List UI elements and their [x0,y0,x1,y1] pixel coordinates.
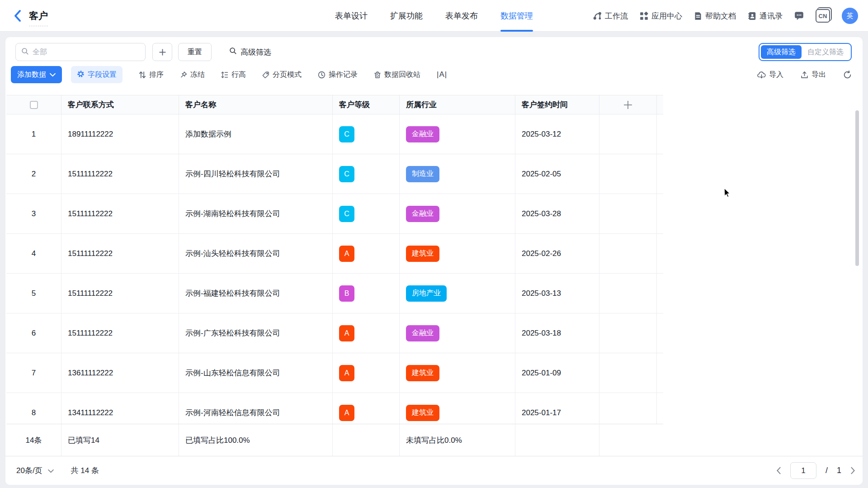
industry-badge: 建筑业 [406,246,439,262]
toggle-custom-filter[interactable]: 自定义筛选 [802,45,849,59]
page-size-select[interactable]: 20条/页 [16,465,54,476]
data-management-panel: 全部 重置 高级筛选 高级筛选 自定义筛选 添加数据 [5,37,863,485]
cell-industry: 建筑业 [400,353,515,393]
table-row[interactable]: 315111112222示例-湖南轻松科技有限公司C金融业2025-03-28 [6,194,663,234]
summary-filled: 已填写14 [61,424,179,456]
summary-total-count: 14条 [6,424,61,456]
nav-item-workflow[interactable]: 工作流 [593,11,628,21]
reset-button[interactable]: 重置 [178,43,212,61]
nav-item-app-center[interactable]: 应用中心 [640,11,682,21]
toggle-advanced-filter[interactable]: 高级筛选 [761,45,802,59]
nav-item-contacts[interactable]: 通讯录 [748,11,783,21]
chat-icon [794,11,804,20]
row-height-button[interactable]: 行高 [221,70,246,80]
cell-grade: C [333,194,400,233]
refresh-button[interactable] [843,71,852,79]
cell-name: 示例-河南轻松信息有限公司 [179,393,333,424]
industry-badge: 房地产业 [406,285,447,302]
cell-name: 示例-四川轻松科技有限公司 [179,154,333,194]
add-data-button[interactable]: 添加数据 [11,66,62,83]
cell-phone: 15111112222 [61,234,179,273]
table-header: 客户联系方式 客户名称 客户等级 所属行业 客户签约时间 [6,95,663,114]
column-header-name[interactable]: 客户名称 [179,95,333,114]
cell-phone: 15111112222 [61,194,179,233]
column-header-phone[interactable]: 客户联系方式 [61,95,179,114]
cell-industry: 房地产业 [400,274,515,313]
tab-form-publish[interactable]: 表单发布 [445,0,478,32]
prev-page-button[interactable] [776,467,781,474]
contacts-icon [748,12,756,20]
tab-extensions[interactable]: 扩展功能 [390,0,423,32]
table-row[interactable]: 615111112222示例-广东轻松科技有限公司A金融业2025-03-18 [6,313,663,353]
tab-form-design[interactable]: 表单设计 [335,0,368,32]
cell-phone: 13611112222 [61,353,179,393]
export-button[interactable]: 导出 [801,70,826,80]
field-settings-button[interactable]: 字段设置 [71,66,123,83]
page-separator: / [826,466,828,475]
upload-icon [801,71,808,79]
column-header-sign-date[interactable]: 客户签约时间 [515,95,599,114]
nav-item-help-docs[interactable]: 帮助文档 [694,11,736,21]
row-number: 5 [6,274,61,313]
refresh-icon [843,71,852,79]
cell-industry: 金融业 [400,194,515,233]
table-row[interactable]: 118911112222添加数据示例C金融业2025-03-12 [6,114,663,154]
industry-badge: 金融业 [406,325,439,341]
tab-data-management[interactable]: 数据管理 [500,0,533,32]
cell-name: 示例-山东轻松信息有限公司 [179,353,333,393]
current-page-input[interactable]: 1 [790,462,816,479]
cell-grade: C [333,114,400,154]
row-number: 2 [6,154,61,194]
data-table: 客户联系方式 客户名称 客户等级 所属行业 客户签约时间 11891111222… [6,95,663,424]
summary-filled-pct: 已填写占比100.0% [179,424,333,456]
pagination-mode-button[interactable]: 分页模式 [262,70,302,80]
row-number: 7 [6,353,61,393]
active-tab-underline [500,30,533,32]
sort-icon [139,71,146,79]
operation-log-button[interactable]: 操作记录 [318,70,358,80]
search-input[interactable]: 全部 [15,43,146,61]
filter-search-icon [229,47,237,57]
cell-phone: 15111112222 [61,154,179,194]
nav-left: 客户 [13,0,48,32]
sort-button[interactable]: 排序 [139,70,164,80]
cell-industry: 建筑业 [400,393,515,424]
recycle-bin-button[interactable]: 数据回收站 [374,70,420,80]
search-placeholder: 全部 [33,47,47,57]
select-all-checkbox[interactable] [30,101,38,109]
freeze-button[interactable]: 冻结 [180,70,205,80]
table-row[interactable]: 415111112222示例-汕头轻松科技有限公司A建筑业2025-02-26 [6,234,663,274]
cell-extra [599,154,657,194]
column-header-industry[interactable]: 所属行业 [400,95,515,114]
cell-grade: A [333,234,400,273]
ai-field-button[interactable]: |A| [437,70,447,79]
import-button[interactable]: 导入 [757,70,783,80]
cell-grade: C [333,154,400,194]
table-row[interactable]: 713611112222示例-山东轻松信息有限公司A建筑业2025-01-09 [6,353,663,393]
vertical-scrollbar[interactable] [855,110,859,266]
industry-badge: 金融业 [406,126,439,142]
table-row[interactable]: 215111112222示例-四川轻松科技有限公司C制造业2025-02-05 [6,154,663,194]
column-header-grade[interactable]: 客户等级 [333,95,400,114]
cell-sign-date: 2025-01-17 [515,393,599,424]
back-icon[interactable] [13,9,24,23]
table-row[interactable]: 515111112222示例-福建轻松科技有限公司B房地产业2025-03-13 [6,274,663,313]
cell-name: 示例-汕头轻松科技有限公司 [179,234,333,273]
workflow-icon [593,12,602,20]
advanced-filter-button[interactable]: 高级筛选 [229,43,271,61]
grade-badge: C [339,166,354,182]
add-filter-button[interactable] [152,43,172,61]
cell-grade: A [333,393,400,424]
nav-item-feedback[interactable] [794,11,804,20]
table-row[interactable]: 813411112222示例-河南轻松信息有限公司A建筑业2025-01-17 [6,393,663,424]
avatar[interactable]: 英 [842,8,858,24]
help-doc-icon [694,12,702,20]
add-column-button[interactable] [599,95,657,114]
cell-name: 添加数据示例 [179,114,333,154]
cell-industry: 金融业 [400,313,515,353]
next-page-button[interactable] [850,467,855,474]
toolbar-right: 导入 导出 [757,70,852,80]
cell-name: 示例-湖南轻松科技有限公司 [179,194,333,233]
language-switch-badge[interactable]: CN [816,9,830,23]
grade-badge: B [339,285,354,302]
